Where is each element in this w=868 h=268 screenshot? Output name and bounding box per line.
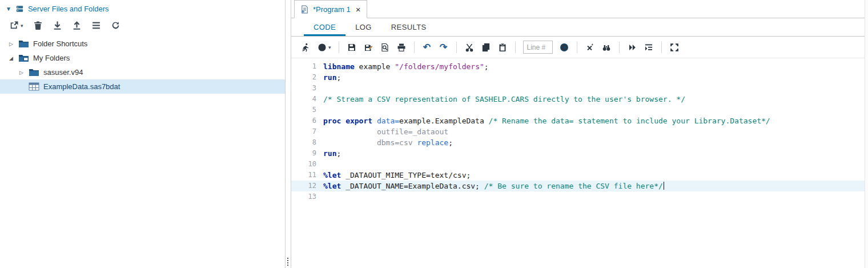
save-as-icon [363,42,373,53]
view-tab-log[interactable]: LOG [345,18,381,36]
code-line-7[interactable]: 7 outfile=_dataout [291,126,868,137]
save-as-button[interactable] [363,42,373,53]
close-tab-icon[interactable]: × [356,5,361,14]
delete-button[interactable] [33,21,43,30]
line-number: 10 [291,159,323,170]
code-line-11[interactable]: 11%let _DATAOUT_MIME_TYPE=text/csv; [291,170,868,181]
submission-history-button[interactable]: ▾ [317,42,331,53]
new-icon [9,21,19,30]
text-cursor [664,182,664,190]
line-number: 1 [291,61,323,72]
tree-item-sasuser-v94[interactable]: ▷sasuser.v94 [0,65,285,79]
format-code-button[interactable] [644,42,654,53]
format-code-icon [644,42,654,53]
code-text: proc export data=example.ExampleData /* … [323,115,868,126]
go-to-line-icon [559,42,569,53]
go-interactive-button[interactable] [627,42,637,53]
view-tab-code[interactable]: CODE [304,18,345,36]
refresh-button[interactable] [111,21,120,30]
code-line-6[interactable]: 6proc export data=example.ExampleData /*… [291,115,868,126]
panel-title: Server Files and Folders [28,5,109,13]
tree-item-exampledata-sas7bdat[interactable]: ExampleData.sas7bdat [0,79,285,94]
upload-button[interactable] [72,21,82,30]
collapse-section-icon[interactable]: ▼ [6,6,11,12]
sas-studio-app: ▼ Server Files and Folders ▾ ▷Folder Sho… [0,0,868,268]
line-number-input[interactable] [523,41,553,54]
paste-icon [497,42,508,53]
tree-item-folder-shortcuts[interactable]: ▷Folder Shortcuts [0,37,285,51]
cut-button[interactable] [464,42,475,53]
code-editor[interactable]: 1libname example "/folders/myfolders";2r… [291,58,868,268]
toolbar-separator [661,42,662,53]
code-line-5[interactable]: 5 [291,105,868,115]
go-interactive-icon [627,42,637,53]
print-preview-button[interactable] [380,42,390,53]
clear-code-button[interactable] [585,42,595,53]
code-line-13[interactable]: 13 [291,191,868,202]
undo-icon: ↶ [422,42,432,53]
undo-button[interactable]: ↶ [422,42,432,53]
code-line-2[interactable]: 2run; [291,72,868,83]
save-icon [347,42,357,53]
line-number: 8 [291,137,323,148]
code-line-9[interactable]: 9run; [291,148,868,159]
properties-button[interactable] [91,21,101,30]
maximize-button[interactable] [669,42,680,53]
save-button[interactable] [347,42,357,53]
tree-item-label: My Folders [33,54,70,62]
code-text: %let _DATAOUT_MIME_TYPE=text/csv; [323,170,868,181]
run-button[interactable] [300,42,311,53]
tree-item-label: ExampleData.sas7bdat [43,82,120,91]
splitter-grip-icon[interactable] [287,265,288,266]
code-line-10[interactable]: 10 [291,159,868,170]
line-number: 5 [291,105,323,115]
code-line-4[interactable]: 4/* Stream a CSV representation of SASHE… [291,94,868,105]
copy-button[interactable] [481,42,491,53]
go-to-line-button[interactable] [559,42,569,53]
tree-item-label: sasuser.v94 [43,68,83,77]
code-text: libname example "/folders/myfolders"; [323,61,868,72]
maximize-icon [669,42,680,53]
code-text: run; [323,148,868,159]
twisty-expanded-icon[interactable]: ◢ [9,55,18,61]
code-line-12[interactable]: 12%let _DATAOUT_NAME=ExampleData.csv; /*… [291,181,868,191]
tab-title: *Program 1 [313,5,351,14]
code-text: outfile=_dataout [323,126,868,137]
tree-item-my-folders[interactable]: ◢My Folders [0,51,285,65]
paste-button[interactable] [497,42,508,53]
twisty-collapsed-icon[interactable]: ▷ [9,41,18,47]
code-line-1[interactable]: 1libname example "/folders/myfolders"; [291,61,868,72]
toolbar-separator [619,42,620,53]
view-tab-results[interactable]: RESULTS [381,18,436,36]
download-button[interactable] [53,21,62,30]
code-text [323,83,868,94]
redo-button[interactable]: ↷ [439,42,449,53]
clear-code-icon [585,42,595,53]
print-button[interactable] [396,42,407,53]
code-text: dbms=csv replace; [323,137,868,148]
cut-icon [464,42,475,53]
editor-toolbar: ▾↶↷ [291,37,868,58]
view-tabs: CODELOGRESULTS [291,18,868,37]
find-replace-button[interactable] [601,42,612,53]
new-button[interactable]: ▾ [9,21,23,30]
code-line-8[interactable]: 8 dbms=csv replace; [291,137,868,148]
line-number: 4 [291,94,323,105]
code-text: /* Stream a CSV representation of SASHEL… [323,94,868,105]
files-toolbar: ▾ [0,15,285,35]
line-number: 9 [291,148,323,159]
code-line-3[interactable]: 3 [291,83,868,94]
folder-icon [18,39,29,48]
copy-icon [481,42,491,53]
toolbar-separator [414,42,415,53]
vertical-scrollbar[interactable] [865,0,868,268]
line-number: 7 [291,126,323,137]
program-icon [300,5,309,14]
tab-program-1[interactable]: *Program 1 × [294,0,367,18]
run-icon [300,42,311,53]
file-tree: ▷Folder Shortcuts◢My Folders▷sasuser.v94… [0,37,285,94]
line-number: 12 [291,181,323,191]
twisty-collapsed-icon[interactable]: ▷ [19,70,29,75]
panel-splitter[interactable] [286,0,291,268]
redo-icon: ↷ [439,42,449,53]
